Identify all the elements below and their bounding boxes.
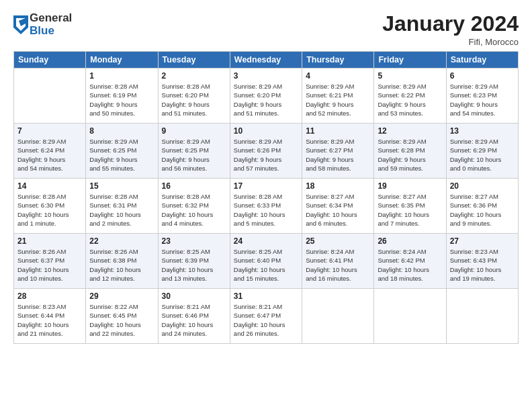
title-block: January 2024 Fifi, Morocco [382,12,519,47]
day-info: Sunrise: 8:28 AM Sunset: 6:32 PM Dayligh… [162,192,226,228]
day-info: Sunrise: 8:23 AM Sunset: 6:44 PM Dayligh… [17,302,82,338]
day-number: 27 [450,236,515,246]
col-friday: Friday [374,52,446,68]
calendar: Sunday Monday Tuesday Wednesday Thursday… [13,51,519,344]
day-number: 20 [450,181,515,191]
day-number: 25 [306,236,370,246]
day-number: 8 [89,126,154,136]
day-number: 2 [162,71,226,81]
calendar-cell: 14Sunrise: 8:28 AM Sunset: 6:30 PM Dayli… [14,179,86,234]
day-info: Sunrise: 8:22 AM Sunset: 6:45 PM Dayligh… [89,302,154,338]
day-number: 13 [450,126,515,136]
day-number: 22 [89,236,154,246]
header-row: Sunday Monday Tuesday Wednesday Thursday… [14,52,519,68]
day-info: Sunrise: 8:25 AM Sunset: 6:40 PM Dayligh… [234,247,298,283]
logo-text: General Blue [30,12,72,37]
day-number: 5 [378,71,442,81]
calendar-week-5: 28Sunrise: 8:23 AM Sunset: 6:44 PM Dayli… [14,289,519,344]
day-number: 30 [162,291,226,301]
calendar-cell: 24Sunrise: 8:25 AM Sunset: 6:40 PM Dayli… [230,234,302,289]
calendar-cell: 13Sunrise: 8:29 AM Sunset: 6:29 PM Dayli… [446,124,518,179]
day-info: Sunrise: 8:29 AM Sunset: 6:23 PM Dayligh… [450,82,515,118]
col-monday: Monday [86,52,158,68]
day-number: 3 [234,71,298,81]
page: General Blue January 2024 Fifi, Morocco … [0,0,532,411]
logo-general: General [30,12,72,25]
calendar-cell: 1Sunrise: 8:28 AM Sunset: 6:19 PM Daylig… [86,68,158,124]
calendar-cell [14,68,86,124]
day-info: Sunrise: 8:21 AM Sunset: 6:46 PM Dayligh… [162,302,226,338]
calendar-cell: 10Sunrise: 8:29 AM Sunset: 6:26 PM Dayli… [230,124,302,179]
day-info: Sunrise: 8:25 AM Sunset: 6:39 PM Dayligh… [162,247,226,283]
day-number: 11 [306,126,370,136]
calendar-cell: 12Sunrise: 8:29 AM Sunset: 6:28 PM Dayli… [374,124,446,179]
day-info: Sunrise: 8:28 AM Sunset: 6:20 PM Dayligh… [162,82,226,118]
calendar-cell: 7Sunrise: 8:29 AM Sunset: 6:24 PM Daylig… [14,124,86,179]
col-wednesday: Wednesday [230,52,302,68]
day-info: Sunrise: 8:29 AM Sunset: 6:27 PM Dayligh… [306,137,370,173]
day-number: 7 [17,126,82,136]
day-number: 28 [17,291,82,301]
day-info: Sunrise: 8:26 AM Sunset: 6:37 PM Dayligh… [17,247,82,283]
calendar-cell: 21Sunrise: 8:26 AM Sunset: 6:37 PM Dayli… [14,234,86,289]
col-tuesday: Tuesday [158,52,230,68]
calendar-week-1: 1Sunrise: 8:28 AM Sunset: 6:19 PM Daylig… [14,68,519,124]
day-number: 12 [378,126,442,136]
calendar-cell: 3Sunrise: 8:29 AM Sunset: 6:20 PM Daylig… [230,68,302,124]
location: Fifi, Morocco [382,37,519,47]
day-number: 17 [234,181,298,191]
day-number: 29 [89,291,154,301]
calendar-cell [302,289,374,344]
day-number: 23 [162,236,226,246]
calendar-header: Sunday Monday Tuesday Wednesday Thursday… [14,52,519,68]
day-info: Sunrise: 8:28 AM Sunset: 6:31 PM Dayligh… [89,192,154,228]
day-info: Sunrise: 8:29 AM Sunset: 6:25 PM Dayligh… [162,137,226,173]
calendar-cell: 9Sunrise: 8:29 AM Sunset: 6:25 PM Daylig… [158,124,230,179]
day-number: 4 [306,71,370,81]
calendar-cell: 15Sunrise: 8:28 AM Sunset: 6:31 PM Dayli… [86,179,158,234]
calendar-week-2: 7Sunrise: 8:29 AM Sunset: 6:24 PM Daylig… [14,124,519,179]
day-info: Sunrise: 8:29 AM Sunset: 6:22 PM Dayligh… [378,82,442,118]
day-number: 21 [17,236,82,246]
logo-icon [13,15,28,34]
day-number: 15 [89,181,154,191]
calendar-cell: 19Sunrise: 8:27 AM Sunset: 6:35 PM Dayli… [374,179,446,234]
calendar-cell: 25Sunrise: 8:24 AM Sunset: 6:41 PM Dayli… [302,234,374,289]
day-number: 10 [234,126,298,136]
calendar-cell [446,289,518,344]
calendar-cell: 22Sunrise: 8:26 AM Sunset: 6:38 PM Dayli… [86,234,158,289]
day-info: Sunrise: 8:27 AM Sunset: 6:36 PM Dayligh… [450,192,515,228]
calendar-cell: 17Sunrise: 8:28 AM Sunset: 6:33 PM Dayli… [230,179,302,234]
calendar-cell: 4Sunrise: 8:29 AM Sunset: 6:21 PM Daylig… [302,68,374,124]
day-number: 9 [162,126,226,136]
day-info: Sunrise: 8:21 AM Sunset: 6:47 PM Dayligh… [234,302,298,338]
day-info: Sunrise: 8:28 AM Sunset: 6:19 PM Dayligh… [89,82,154,118]
day-info: Sunrise: 8:28 AM Sunset: 6:30 PM Dayligh… [17,192,82,228]
calendar-cell: 31Sunrise: 8:21 AM Sunset: 6:47 PM Dayli… [230,289,302,344]
day-info: Sunrise: 8:29 AM Sunset: 6:29 PM Dayligh… [450,137,515,173]
day-info: Sunrise: 8:24 AM Sunset: 6:41 PM Dayligh… [306,247,370,283]
day-info: Sunrise: 8:29 AM Sunset: 6:21 PM Dayligh… [306,82,370,118]
col-saturday: Saturday [446,52,518,68]
calendar-week-4: 21Sunrise: 8:26 AM Sunset: 6:37 PM Dayli… [14,234,519,289]
day-number: 26 [378,236,442,246]
day-number: 14 [17,181,82,191]
col-thursday: Thursday [302,52,374,68]
calendar-cell: 29Sunrise: 8:22 AM Sunset: 6:45 PM Dayli… [86,289,158,344]
day-info: Sunrise: 8:28 AM Sunset: 6:33 PM Dayligh… [234,192,298,228]
calendar-cell: 8Sunrise: 8:29 AM Sunset: 6:25 PM Daylig… [86,124,158,179]
logo: General Blue [13,12,72,37]
header: General Blue January 2024 Fifi, Morocco [13,12,519,47]
calendar-cell: 5Sunrise: 8:29 AM Sunset: 6:22 PM Daylig… [374,68,446,124]
calendar-cell: 30Sunrise: 8:21 AM Sunset: 6:46 PM Dayli… [158,289,230,344]
day-info: Sunrise: 8:27 AM Sunset: 6:34 PM Dayligh… [306,192,370,228]
calendar-week-3: 14Sunrise: 8:28 AM Sunset: 6:30 PM Dayli… [14,179,519,234]
calendar-cell: 18Sunrise: 8:27 AM Sunset: 6:34 PM Dayli… [302,179,374,234]
calendar-cell: 28Sunrise: 8:23 AM Sunset: 6:44 PM Dayli… [14,289,86,344]
calendar-cell: 26Sunrise: 8:24 AM Sunset: 6:42 PM Dayli… [374,234,446,289]
day-info: Sunrise: 8:29 AM Sunset: 6:26 PM Dayligh… [234,137,298,173]
calendar-body: 1Sunrise: 8:28 AM Sunset: 6:19 PM Daylig… [14,68,519,344]
month-title: January 2024 [382,12,519,36]
day-info: Sunrise: 8:27 AM Sunset: 6:35 PM Dayligh… [378,192,442,228]
calendar-cell: 11Sunrise: 8:29 AM Sunset: 6:27 PM Dayli… [302,124,374,179]
